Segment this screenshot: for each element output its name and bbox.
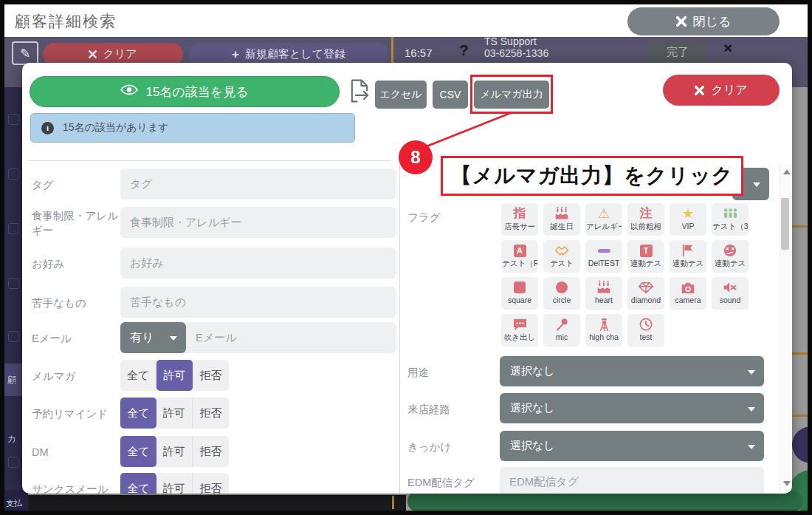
export-csv-button[interactable]: CSV xyxy=(433,81,468,109)
flag-item[interactable]: high cha xyxy=(585,314,622,347)
flag-item[interactable]: テスト xyxy=(543,240,580,273)
column-divider xyxy=(399,165,400,494)
info-icon: i xyxy=(41,122,54,134)
visit-route-select[interactable]: 選択なし xyxy=(500,393,764,423)
flag-item[interactable]: square xyxy=(501,277,538,310)
camera-icon xyxy=(681,279,695,296)
scrollbar-up-arrow[interactable] xyxy=(783,169,791,174)
edit-icon[interactable]: ✎ xyxy=(12,41,38,65)
chevron-down-icon xyxy=(748,445,755,449)
segment-option-selected[interactable]: 全て xyxy=(120,436,156,467)
preference-input[interactable]: お好み xyxy=(120,248,396,279)
chevron-down-icon xyxy=(753,183,760,187)
flag-item[interactable]: 指店長サー xyxy=(501,203,538,236)
diet-allergy-input[interactable]: 食事制限・アレルギー xyxy=(120,207,396,238)
flag-item[interactable]: circle xyxy=(543,277,580,310)
view-results-button[interactable]: 15名の該当を見る xyxy=(30,76,340,107)
flag-item[interactable]: heart xyxy=(585,277,622,310)
dash-icon xyxy=(598,242,610,259)
segment-option[interactable]: 拒否 xyxy=(193,473,229,494)
flag-item[interactable]: sound xyxy=(712,277,749,310)
dislike-input[interactable]: 苦手なもの xyxy=(120,287,396,318)
app-sidebar: 予 顧 カ xyxy=(4,87,24,511)
export-excel-button[interactable]: エクセル xyxy=(375,81,427,109)
flag-item-label: camera xyxy=(675,296,701,304)
flag-item[interactable]: ⚠アレルギー xyxy=(585,203,622,236)
segment-option[interactable]: 許可 xyxy=(156,473,193,494)
flag-item-label: DelTEST xyxy=(588,259,620,267)
flag-item[interactable]: テスト（3 xyxy=(712,203,749,236)
sidebar-icon[interactable] xyxy=(8,223,19,234)
scrollbar-down-arrow[interactable] xyxy=(783,481,791,486)
segment-option[interactable]: 全て xyxy=(120,360,156,391)
kanji-icon: 指 xyxy=(514,205,526,222)
edm-tag-input[interactable]: EDM配信タグ xyxy=(500,467,764,494)
background-orange-tick xyxy=(392,496,394,509)
flag-item[interactable]: 連動テス xyxy=(670,240,706,273)
field-label: きっかけ xyxy=(407,440,498,454)
export-mailmagazine-button[interactable]: メルマガ出力 xyxy=(474,81,549,109)
dm-segment: 全て 許可 拒否 xyxy=(120,436,229,467)
section-divider xyxy=(28,160,391,161)
result-info-banner: i 15名の該当があります xyxy=(30,113,355,143)
segment-option-selected[interactable]: 全て xyxy=(120,473,156,494)
segment-option[interactable]: 拒否 xyxy=(193,360,229,391)
flag-item[interactable]: 連動テス xyxy=(712,240,749,273)
sidebar-icon[interactable] xyxy=(8,331,19,342)
flag-item[interactable]: mic xyxy=(543,314,580,347)
sidebar-item-karte[interactable]: カ xyxy=(7,433,16,446)
flag-item[interactable]: camera xyxy=(670,277,706,310)
segment-option[interactable]: 拒否 xyxy=(193,398,229,429)
flag-item[interactable]: test xyxy=(627,314,664,347)
plus-icon: + xyxy=(232,47,239,62)
segment-option-selected[interactable]: 全て xyxy=(120,398,156,429)
background-bottom-bar xyxy=(4,495,406,511)
close-button[interactable]: 閉じる xyxy=(627,7,780,35)
export-icon xyxy=(347,78,372,106)
segment-option[interactable]: 許可 xyxy=(156,436,193,467)
flag-item[interactable]: 誕生日 xyxy=(543,203,580,236)
sidebar-item-payment[interactable]: 支払 xyxy=(6,498,22,509)
screenshot-root: ✎ クリア + 新規顧客として登録 16:57 ? TS Support 03-… xyxy=(0,0,812,515)
flag-item[interactable]: DelTEST xyxy=(585,240,622,273)
email-condition-dropdown[interactable]: 有り xyxy=(120,322,186,353)
flag-item[interactable]: 吹き出し xyxy=(501,314,538,347)
mic-icon xyxy=(555,316,568,332)
sidebar-icon[interactable] xyxy=(8,114,19,125)
flag-item[interactable]: diamond xyxy=(627,277,664,310)
field-label: 食事制限・アレルギー xyxy=(32,208,119,238)
flag-item-label: 連動テス xyxy=(630,259,662,269)
segment-option[interactable]: 拒否 xyxy=(193,436,229,467)
flag-icon xyxy=(681,242,695,259)
help-icon[interactable]: ? xyxy=(459,41,469,59)
purpose-select[interactable]: 選択なし xyxy=(500,356,764,386)
flag-item[interactable]: 注以前粗相 xyxy=(627,203,664,236)
segment-option[interactable]: 許可 xyxy=(156,398,193,429)
modal-clear-button[interactable]: クリア xyxy=(663,75,780,106)
modal-scrollbar-thumb[interactable] xyxy=(781,198,789,250)
flag-item-label: circle xyxy=(553,296,571,304)
close-x-icon[interactable]: × xyxy=(723,39,732,57)
flag-item-label: 連動テス xyxy=(672,259,704,269)
flag-item[interactable]: Aテスト（R xyxy=(501,240,538,273)
tag-input[interactable]: タグ xyxy=(120,168,396,199)
field-label: 用途 xyxy=(407,366,498,380)
cake-icon xyxy=(554,205,569,222)
flag-item[interactable]: ★VIP xyxy=(670,203,706,236)
trigger-select[interactable]: 選択なし xyxy=(500,431,764,461)
segment-option-selected[interactable]: 許可 xyxy=(156,360,193,391)
mute-icon xyxy=(723,279,737,296)
flag-item[interactable]: T連動テス xyxy=(627,240,664,273)
field-label: タグ xyxy=(32,177,119,192)
cake-icon xyxy=(596,279,611,296)
sidebar-icon[interactable] xyxy=(8,457,19,468)
eye-icon xyxy=(120,84,138,99)
email-input[interactable]: Eメール xyxy=(186,322,396,353)
done-button[interactable]: 完了 xyxy=(650,41,706,63)
support-info: TS Support 03-6258-1336 xyxy=(484,35,548,59)
chair-icon xyxy=(598,316,610,332)
chevron-down-icon xyxy=(748,370,755,375)
sidebar-icon[interactable] xyxy=(8,168,19,180)
sidebar-item-customer[interactable]: 顧 xyxy=(7,374,16,386)
sidebar-icon[interactable] xyxy=(8,278,19,289)
